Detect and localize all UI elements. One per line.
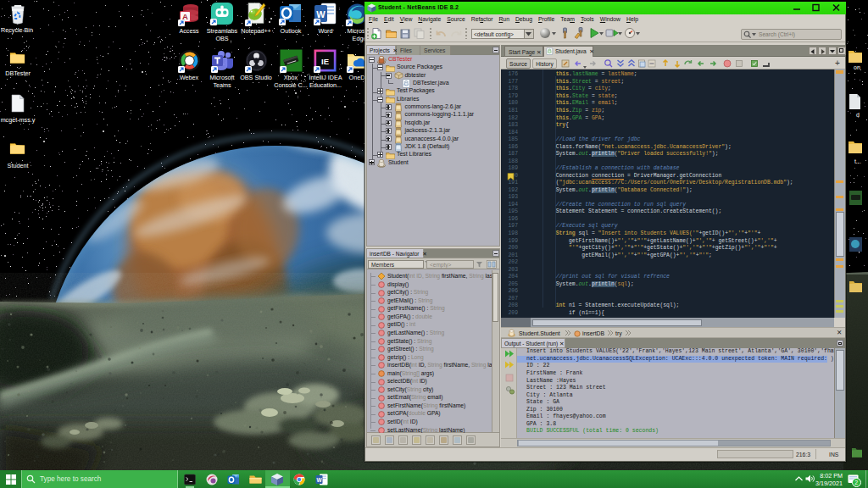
svg-text:W: W <box>316 9 326 19</box>
svg-text:W: W <box>316 477 322 483</box>
svg-text:IE: IE <box>321 57 329 66</box>
